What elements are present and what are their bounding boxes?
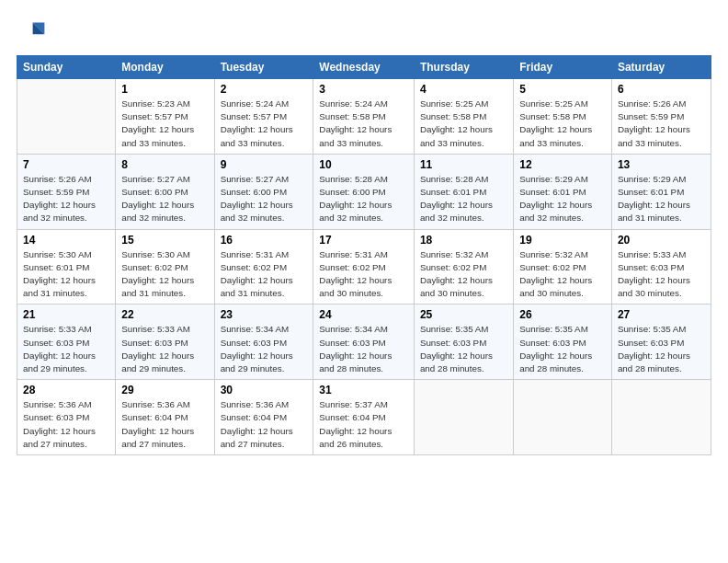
day-number: 4 bbox=[420, 83, 507, 96]
day-number: 1 bbox=[121, 83, 208, 96]
day-number: 25 bbox=[420, 308, 507, 321]
day-info: Sunrise: 5:36 AM Sunset: 6:04 PM Dayligh… bbox=[121, 398, 208, 451]
day-cell: 25Sunrise: 5:35 AM Sunset: 6:03 PM Dayli… bbox=[414, 304, 513, 380]
day-info: Sunrise: 5:27 AM Sunset: 6:00 PM Dayligh… bbox=[121, 173, 208, 225]
day-number: 16 bbox=[221, 234, 308, 247]
week-row-5: 28Sunrise: 5:36 AM Sunset: 6:03 PM Dayli… bbox=[17, 380, 711, 455]
day-cell: 27Sunrise: 5:35 AM Sunset: 6:03 PM Dayli… bbox=[611, 304, 711, 380]
day-info: Sunrise: 5:30 AM Sunset: 6:02 PM Dayligh… bbox=[121, 248, 208, 301]
day-info: Sunrise: 5:28 AM Sunset: 6:00 PM Dayligh… bbox=[319, 173, 408, 225]
day-cell: 16Sunrise: 5:31 AM Sunset: 6:02 PM Dayli… bbox=[214, 229, 313, 304]
day-number: 21 bbox=[23, 308, 109, 321]
day-cell: 8Sunrise: 5:27 AM Sunset: 6:00 PM Daylig… bbox=[116, 154, 214, 229]
logo bbox=[17, 17, 50, 46]
day-info: Sunrise: 5:33 AM Sunset: 6:03 PM Dayligh… bbox=[618, 248, 705, 301]
day-number: 11 bbox=[420, 158, 507, 171]
header-row: SundayMondayTuesdayWednesdayThursdayFrid… bbox=[17, 56, 711, 79]
header bbox=[17, 17, 711, 46]
day-number: 2 bbox=[221, 83, 308, 96]
week-row-3: 14Sunrise: 5:30 AM Sunset: 6:01 PM Dayli… bbox=[17, 229, 711, 304]
day-info: Sunrise: 5:36 AM Sunset: 6:03 PM Dayligh… bbox=[23, 398, 109, 451]
day-number: 27 bbox=[618, 308, 705, 321]
day-number: 24 bbox=[319, 308, 408, 321]
week-row-1: 1Sunrise: 5:23 AM Sunset: 5:57 PM Daylig… bbox=[17, 79, 711, 155]
day-cell: 26Sunrise: 5:35 AM Sunset: 6:03 PM Dayli… bbox=[514, 304, 612, 380]
day-cell: 17Sunrise: 5:31 AM Sunset: 6:02 PM Dayli… bbox=[313, 229, 415, 304]
day-info: Sunrise: 5:35 AM Sunset: 6:03 PM Dayligh… bbox=[618, 323, 705, 375]
day-cell: 9Sunrise: 5:27 AM Sunset: 6:00 PM Daylig… bbox=[214, 154, 313, 229]
day-cell: 29Sunrise: 5:36 AM Sunset: 6:04 PM Dayli… bbox=[116, 380, 214, 455]
day-info: Sunrise: 5:34 AM Sunset: 6:03 PM Dayligh… bbox=[319, 323, 408, 375]
day-number: 6 bbox=[618, 83, 705, 96]
day-info: Sunrise: 5:24 AM Sunset: 5:57 PM Dayligh… bbox=[221, 98, 308, 150]
day-info: Sunrise: 5:24 AM Sunset: 5:58 PM Dayligh… bbox=[319, 98, 408, 150]
day-cell: 10Sunrise: 5:28 AM Sunset: 6:00 PM Dayli… bbox=[313, 154, 415, 229]
day-number: 28 bbox=[23, 384, 109, 396]
day-info: Sunrise: 5:27 AM Sunset: 6:00 PM Dayligh… bbox=[221, 173, 308, 225]
day-number: 15 bbox=[121, 234, 208, 247]
day-info: Sunrise: 5:30 AM Sunset: 6:01 PM Dayligh… bbox=[23, 248, 109, 301]
day-cell: 5Sunrise: 5:25 AM Sunset: 5:58 PM Daylig… bbox=[514, 79, 612, 155]
day-info: Sunrise: 5:36 AM Sunset: 6:04 PM Dayligh… bbox=[221, 398, 308, 451]
day-info: Sunrise: 5:29 AM Sunset: 6:01 PM Dayligh… bbox=[618, 173, 705, 225]
day-info: Sunrise: 5:31 AM Sunset: 6:02 PM Dayligh… bbox=[221, 248, 308, 301]
day-number: 29 bbox=[121, 384, 208, 396]
day-cell: 12Sunrise: 5:29 AM Sunset: 6:01 PM Dayli… bbox=[514, 154, 612, 229]
day-cell bbox=[17, 79, 116, 155]
col-header-thursday: Thursday bbox=[414, 56, 513, 79]
day-info: Sunrise: 5:29 AM Sunset: 6:01 PM Dayligh… bbox=[519, 173, 606, 225]
day-number: 19 bbox=[519, 234, 606, 247]
day-cell: 13Sunrise: 5:29 AM Sunset: 6:01 PM Dayli… bbox=[611, 154, 711, 229]
day-number: 10 bbox=[319, 158, 408, 171]
day-cell bbox=[414, 380, 513, 455]
day-info: Sunrise: 5:26 AM Sunset: 5:59 PM Dayligh… bbox=[23, 173, 109, 225]
day-cell bbox=[514, 380, 612, 455]
day-info: Sunrise: 5:25 AM Sunset: 5:58 PM Dayligh… bbox=[519, 98, 606, 150]
day-info: Sunrise: 5:35 AM Sunset: 6:03 PM Dayligh… bbox=[519, 323, 606, 375]
day-info: Sunrise: 5:23 AM Sunset: 5:57 PM Dayligh… bbox=[121, 98, 208, 150]
day-cell: 7Sunrise: 5:26 AM Sunset: 5:59 PM Daylig… bbox=[17, 154, 116, 229]
day-cell: 24Sunrise: 5:34 AM Sunset: 6:03 PM Dayli… bbox=[313, 304, 415, 380]
col-header-friday: Friday bbox=[514, 56, 612, 79]
day-info: Sunrise: 5:25 AM Sunset: 5:58 PM Dayligh… bbox=[420, 98, 507, 150]
day-cell: 6Sunrise: 5:26 AM Sunset: 5:59 PM Daylig… bbox=[611, 79, 711, 155]
col-header-monday: Monday bbox=[116, 56, 214, 79]
day-cell: 20Sunrise: 5:33 AM Sunset: 6:03 PM Dayli… bbox=[611, 229, 711, 304]
day-info: Sunrise: 5:31 AM Sunset: 6:02 PM Dayligh… bbox=[319, 248, 408, 301]
day-info: Sunrise: 5:37 AM Sunset: 6:04 PM Dayligh… bbox=[319, 398, 408, 451]
week-row-2: 7Sunrise: 5:26 AM Sunset: 5:59 PM Daylig… bbox=[17, 154, 711, 229]
day-number: 20 bbox=[618, 234, 705, 247]
logo-icon bbox=[17, 17, 46, 46]
day-cell: 23Sunrise: 5:34 AM Sunset: 6:03 PM Dayli… bbox=[214, 304, 313, 380]
day-cell: 2Sunrise: 5:24 AM Sunset: 5:57 PM Daylig… bbox=[214, 79, 313, 155]
day-info: Sunrise: 5:35 AM Sunset: 6:03 PM Dayligh… bbox=[420, 323, 507, 375]
day-number: 5 bbox=[519, 83, 606, 96]
day-number: 7 bbox=[23, 158, 109, 171]
day-info: Sunrise: 5:28 AM Sunset: 6:01 PM Dayligh… bbox=[420, 173, 507, 225]
day-cell: 3Sunrise: 5:24 AM Sunset: 5:58 PM Daylig… bbox=[313, 79, 415, 155]
day-info: Sunrise: 5:32 AM Sunset: 6:02 PM Dayligh… bbox=[519, 248, 606, 301]
day-number: 12 bbox=[519, 158, 606, 171]
day-number: 14 bbox=[23, 234, 109, 247]
col-header-sunday: Sunday bbox=[17, 56, 116, 79]
col-header-tuesday: Tuesday bbox=[214, 56, 313, 79]
day-number: 30 bbox=[221, 384, 308, 396]
day-cell: 21Sunrise: 5:33 AM Sunset: 6:03 PM Dayli… bbox=[17, 304, 116, 380]
day-number: 31 bbox=[319, 384, 408, 396]
day-cell: 15Sunrise: 5:30 AM Sunset: 6:02 PM Dayli… bbox=[116, 229, 214, 304]
week-row-4: 21Sunrise: 5:33 AM Sunset: 6:03 PM Dayli… bbox=[17, 304, 711, 380]
day-number: 18 bbox=[420, 234, 507, 247]
day-cell: 28Sunrise: 5:36 AM Sunset: 6:03 PM Dayli… bbox=[17, 380, 116, 455]
col-header-wednesday: Wednesday bbox=[313, 56, 415, 79]
day-cell: 4Sunrise: 5:25 AM Sunset: 5:58 PM Daylig… bbox=[414, 79, 513, 155]
day-number: 23 bbox=[221, 308, 308, 321]
day-number: 9 bbox=[221, 158, 308, 171]
day-info: Sunrise: 5:34 AM Sunset: 6:03 PM Dayligh… bbox=[221, 323, 308, 375]
day-cell: 30Sunrise: 5:36 AM Sunset: 6:04 PM Dayli… bbox=[214, 380, 313, 455]
day-cell: 18Sunrise: 5:32 AM Sunset: 6:02 PM Dayli… bbox=[414, 229, 513, 304]
day-number: 17 bbox=[319, 234, 408, 247]
day-cell: 14Sunrise: 5:30 AM Sunset: 6:01 PM Dayli… bbox=[17, 229, 116, 304]
day-info: Sunrise: 5:33 AM Sunset: 6:03 PM Dayligh… bbox=[121, 323, 208, 375]
day-number: 22 bbox=[121, 308, 208, 321]
day-number: 26 bbox=[519, 308, 606, 321]
